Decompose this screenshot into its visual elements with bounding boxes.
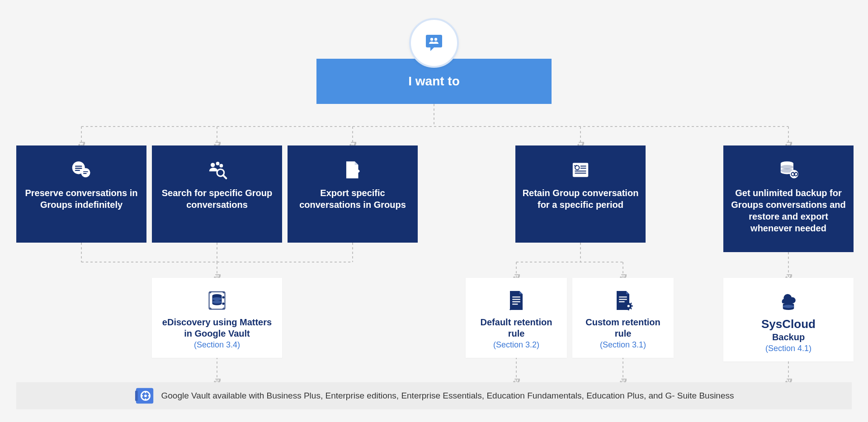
result-title-bold: SysCloud bbox=[761, 317, 816, 331]
result-section-link[interactable]: (Section 3.2) bbox=[472, 340, 561, 350]
root-title: I want to bbox=[408, 74, 460, 89]
svg-point-49 bbox=[222, 296, 224, 298]
svg-point-28 bbox=[81, 168, 90, 177]
svg-point-31 bbox=[211, 163, 215, 167]
result-default-retention: Default retention rule (Section 3.2) bbox=[466, 278, 567, 358]
option-search: Search for specific Group conversations bbox=[152, 145, 282, 243]
doc-rule-icon bbox=[472, 288, 561, 313]
result-title-sub: Backup bbox=[772, 332, 805, 342]
result-syscloud: SysCloud Backup (Section 4.1) bbox=[723, 278, 854, 361]
svg-line-65 bbox=[625, 308, 626, 309]
svg-rect-25 bbox=[75, 166, 82, 167]
option-label: Search for specific Group conversations bbox=[158, 187, 276, 211]
result-ediscovery: eDiscovery using Matters in Google Vault… bbox=[152, 278, 282, 358]
svg-point-50 bbox=[222, 302, 224, 305]
svg-rect-29 bbox=[83, 171, 88, 172]
svg-point-59 bbox=[627, 305, 630, 307]
option-preserve: Preserve conversations in Groups indefin… bbox=[16, 145, 146, 243]
svg-rect-55 bbox=[619, 296, 627, 297]
svg-point-69 bbox=[783, 305, 794, 308]
svg-point-47 bbox=[212, 297, 222, 300]
svg-rect-71 bbox=[135, 391, 137, 401]
footer-text: Google Vault available with Business Plu… bbox=[161, 391, 734, 401]
result-custom-retention: Custom retention rule (Section 3.1) bbox=[572, 278, 674, 358]
result-title: SysCloud Backup bbox=[730, 317, 847, 343]
svg-point-33 bbox=[219, 164, 223, 168]
result-title: Custom retention rule bbox=[579, 317, 667, 339]
svg-rect-38 bbox=[580, 168, 586, 169]
svg-point-23 bbox=[434, 38, 437, 41]
svg-rect-30 bbox=[83, 173, 87, 174]
svg-rect-54 bbox=[512, 304, 518, 305]
svg-rect-57 bbox=[619, 301, 624, 302]
option-label: Get unlimited backup for Groups conversa… bbox=[730, 187, 847, 234]
groups-chat-icon bbox=[423, 31, 445, 55]
svg-rect-39 bbox=[575, 171, 586, 172]
svg-line-66 bbox=[631, 303, 632, 304]
svg-rect-21 bbox=[426, 35, 442, 47]
people-search-icon bbox=[206, 157, 228, 183]
svg-rect-40 bbox=[575, 173, 586, 173]
result-section-link[interactable]: (Section 3.4) bbox=[158, 340, 276, 350]
diagram-canvas: I want to Preserve conversations in Grou… bbox=[0, 0, 868, 422]
root-circle-icon bbox=[409, 18, 459, 68]
svg-rect-52 bbox=[512, 299, 520, 300]
syscloud-backup-icon bbox=[730, 288, 847, 313]
doc-rule-gear-icon bbox=[579, 288, 667, 313]
option-label: Retain Group conversation for a specific… bbox=[522, 187, 639, 211]
option-backup: Get unlimited backup for Groups conversa… bbox=[723, 145, 854, 252]
svg-point-32 bbox=[216, 162, 220, 165]
result-section-link[interactable]: (Section 3.1) bbox=[579, 340, 667, 350]
svg-point-48 bbox=[212, 300, 222, 304]
result-section-link[interactable]: (Section 4.1) bbox=[730, 344, 847, 353]
svg-rect-26 bbox=[75, 168, 82, 169]
footer-band: Google Vault available with Business Plu… bbox=[16, 382, 852, 409]
chat-bubbles-icon bbox=[70, 157, 93, 183]
result-title: Default retention rule bbox=[472, 317, 561, 339]
result-title: eDiscovery using Matters in Google Vault bbox=[158, 317, 276, 339]
option-label: Export specific conversations in Groups bbox=[294, 187, 411, 211]
database-infinity-icon bbox=[777, 157, 800, 183]
option-export: Export specific conversations in Groups bbox=[288, 145, 418, 243]
svg-line-67 bbox=[625, 303, 626, 304]
vault-icon bbox=[134, 385, 155, 406]
svg-rect-37 bbox=[580, 166, 586, 167]
svg-point-22 bbox=[430, 38, 433, 41]
option-label: Preserve conversations in Groups indefin… bbox=[23, 187, 140, 211]
svg-rect-56 bbox=[619, 299, 627, 300]
option-retain: Retain Group conversation for a specific… bbox=[515, 145, 646, 243]
svg-line-35 bbox=[223, 175, 226, 178]
retention-window-icon bbox=[569, 157, 592, 183]
svg-rect-53 bbox=[512, 301, 520, 302]
svg-rect-51 bbox=[512, 296, 520, 297]
svg-point-73 bbox=[144, 394, 147, 397]
matters-db-icon bbox=[158, 288, 276, 313]
svg-rect-27 bbox=[75, 170, 80, 171]
svg-line-64 bbox=[631, 308, 632, 309]
file-export-icon bbox=[341, 157, 364, 183]
svg-rect-36 bbox=[573, 163, 588, 177]
